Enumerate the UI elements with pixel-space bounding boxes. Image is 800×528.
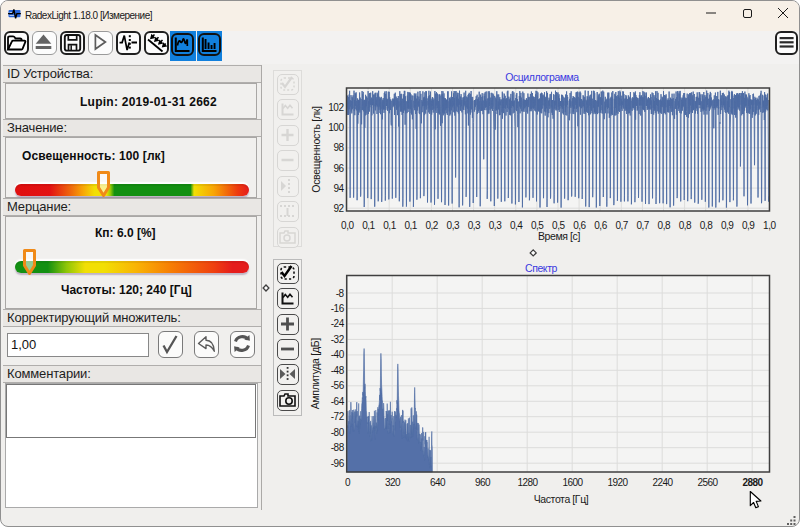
svg-text:0,9: 0,9: [721, 220, 734, 231]
svg-text:-8: -8: [336, 288, 345, 299]
svg-text:0,3: 0,3: [489, 220, 502, 231]
svg-text:0,4: 0,4: [510, 220, 523, 231]
svg-text:960: 960: [475, 477, 491, 488]
svg-text:0,9: 0,9: [742, 220, 755, 231]
svg-text:-24: -24: [331, 318, 345, 329]
svg-text:-64: -64: [331, 396, 345, 407]
svg-text:0,8: 0,8: [679, 220, 692, 231]
svg-text:0,3: 0,3: [447, 220, 460, 231]
svg-text:0,1: 0,1: [404, 220, 417, 231]
svg-text:Время [с]: Время [с]: [538, 230, 580, 242]
svg-text:0,7: 0,7: [636, 220, 649, 231]
svg-text:-88: -88: [331, 442, 345, 453]
svg-text:320: 320: [385, 477, 401, 488]
svg-text:102: 102: [328, 102, 344, 113]
svg-text:0,2: 0,2: [425, 220, 438, 231]
svg-text:2880: 2880: [742, 477, 763, 488]
svg-text:98: 98: [333, 142, 344, 153]
svg-text:-32: -32: [331, 334, 345, 345]
svg-text:-16: -16: [331, 303, 345, 314]
svg-text:0,8: 0,8: [700, 220, 713, 231]
svg-text:96: 96: [333, 163, 344, 174]
svg-text:0,8: 0,8: [658, 220, 671, 231]
svg-text:Спектр: Спектр: [525, 262, 557, 274]
svg-text:-80: -80: [331, 427, 345, 438]
svg-text:-96: -96: [331, 458, 345, 469]
svg-text:2560: 2560: [697, 477, 718, 488]
svg-text:-40: -40: [331, 349, 345, 360]
svg-text:94: 94: [333, 183, 344, 194]
svg-text:0,1: 0,1: [383, 220, 396, 231]
svg-text:100: 100: [328, 122, 344, 133]
svg-text:-48: -48: [331, 365, 345, 376]
svg-text:1,0: 1,0: [763, 220, 776, 231]
svg-text:1280: 1280: [517, 477, 538, 488]
svg-text:Осциллограмма: Осциллограмма: [505, 71, 579, 83]
svg-text:1920: 1920: [607, 477, 628, 488]
svg-text:Освещенность [лк]: Освещенность [лк]: [310, 106, 322, 193]
svg-text:-56: -56: [331, 380, 345, 391]
svg-text:0,6: 0,6: [594, 220, 607, 231]
svg-text:0,0: 0,0: [341, 220, 354, 231]
svg-text:0,1: 0,1: [362, 220, 375, 231]
svg-text:92: 92: [333, 203, 344, 214]
svg-text:0,3: 0,3: [468, 220, 481, 231]
svg-text:2240: 2240: [652, 477, 673, 488]
svg-text:0,7: 0,7: [615, 220, 628, 231]
svg-text:1600: 1600: [562, 477, 583, 488]
svg-text:640: 640: [430, 477, 446, 488]
svg-text:Частота [Гц]: Частота [Гц]: [534, 493, 589, 505]
svg-text:-72: -72: [331, 411, 345, 422]
svg-text:0: 0: [345, 477, 351, 488]
svg-text:Амплитуда [дБ]: Амплитуда [дБ]: [310, 338, 322, 410]
